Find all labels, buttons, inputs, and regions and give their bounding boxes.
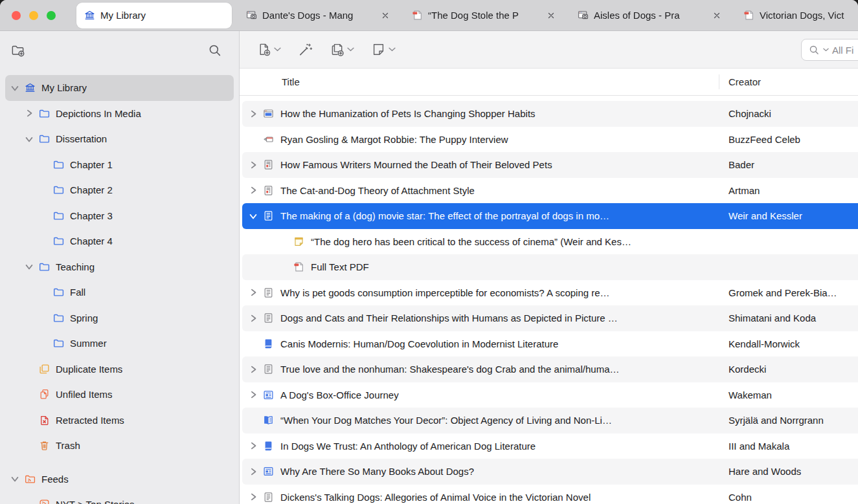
collections-pane: My LibraryDepictions In MediaDissertatio… (0, 31, 240, 504)
sidebar-item-chapter-4[interactable]: Chapter 4 (5, 228, 234, 254)
sidebar-item-chapter-2[interactable]: Chapter 2 (5, 177, 234, 203)
tab-label: Dante's Dogs - Mang (262, 10, 374, 21)
column-header-title[interactable]: Title (282, 69, 300, 96)
add-by-identifier-button[interactable] (298, 42, 313, 57)
sidebar-item-trash[interactable]: Trash (5, 433, 234, 459)
item-row-dogs-and-cats-and-their-relationships-wi[interactable]: Dogs and Cats and Their Relationships wi… (242, 305, 858, 331)
close-window-button[interactable] (12, 11, 21, 20)
items-table: How the Humanization of Pets Is Changing… (240, 96, 858, 504)
item-row-why-is-pet-goods-consumption-imperceptib[interactable]: Why is pet goods consumption imperceptib… (242, 280, 858, 306)
item-row-when-your-dog-matches-your-decor-object-[interactable]: “When Your Dog Matches Your Decor”: Obje… (242, 408, 858, 433)
sidebar-item-nyt-top-stories[interactable]: NYT > Top Stories (5, 492, 234, 504)
folder-icon (53, 159, 64, 170)
item-creator: Wakeman (728, 389, 772, 400)
item-title: How the Humanization of Pets Is Changing… (280, 108, 536, 119)
twisty-expanded-icon[interactable] (10, 474, 19, 483)
sidebar-item-teaching[interactable]: Teaching (5, 254, 234, 280)
newspaper-icon (263, 466, 274, 477)
item-title: How Famous Writers Mourned the Death of … (280, 159, 552, 170)
sidebar-item-feeds[interactable]: Feeds (5, 466, 234, 492)
item-row-ryan-gosling-margot-robbie-the-puppy-int[interactable]: Ryan Gosling & Margot Robbie: The Puppy … (242, 127, 858, 153)
twisty-collapsed-icon[interactable] (249, 467, 258, 476)
twisty-expanded-icon[interactable] (10, 83, 19, 93)
column-divider[interactable] (719, 74, 719, 89)
twisty-slot (25, 364, 34, 373)
window-controls (0, 11, 76, 20)
twisty-expanded-icon[interactable] (25, 262, 34, 271)
twisty-slot (249, 135, 258, 144)
twisty-collapsed-icon[interactable] (249, 492, 258, 501)
item-row-in-dogs-we-trust-an-anthology-of-america[interactable]: In Dogs We Trust: An Anthology of Americ… (242, 433, 858, 459)
tab-close-button[interactable] (711, 10, 723, 21)
sidebar-item-summer[interactable]: Summer (5, 331, 234, 356)
library-icon (25, 82, 36, 93)
sidebar-item-chapter-1[interactable]: Chapter 1 (5, 152, 234, 178)
tab-close-button[interactable] (379, 10, 391, 21)
twisty-collapsed-icon[interactable] (25, 109, 34, 118)
twisty-slot (39, 237, 48, 246)
sidebar-item-depictions-in-media[interactable]: Depictions In Media (5, 101, 234, 127)
sidebar-item-label: Chapter 1 (70, 159, 113, 170)
twisty-slot (279, 237, 288, 246)
sidebar-item-retracted-items[interactable]: Retracted Items (5, 408, 234, 433)
minimize-window-button[interactable] (29, 11, 38, 20)
collection-search-button[interactable] (207, 43, 222, 58)
item-creator: Cohn (728, 492, 752, 503)
tab-victorian-dogs-vict[interactable]: Victorian Dogs, Vict (736, 0, 858, 30)
sidebar-item-fall[interactable]: Fall (5, 279, 234, 305)
item-row-a-dog-s-box-office-journey[interactable]: A Dog's Box-Office JourneyWakeman (242, 382, 858, 408)
tab-aisles-of-dogs-pra[interactable]: Aisles of Dogs - Pra (570, 0, 729, 30)
twisty-collapsed-icon[interactable] (249, 160, 258, 170)
sidebar-item-chapter-3[interactable]: Chapter 3 (5, 203, 234, 229)
sidebar-item-label: Trash (56, 440, 80, 451)
item-row-the-dog-hero-has-been-critical-to-the-su[interactable]: “The dog hero has been critical to the s… (242, 229, 858, 255)
new-note-button[interactable] (371, 42, 396, 57)
item-row-the-making-of-a-dog-movie-star-the-effec[interactable]: The making of a (dog) movie star: The ef… (242, 203, 858, 229)
new-attachment-button[interactable] (330, 42, 354, 57)
twisty-collapsed-icon[interactable] (249, 288, 258, 297)
item-creator: Syrjälä and Norrgrann (728, 415, 824, 426)
twisty-collapsed-icon[interactable] (249, 109, 258, 118)
twisty-expanded-icon[interactable] (249, 212, 258, 221)
sidebar-item-spring[interactable]: Spring (5, 305, 234, 331)
tab-close-button[interactable] (545, 10, 557, 21)
item-creator-cell: Kendall-Morwick (719, 338, 858, 349)
tab-dante-s-dogs-mang[interactable]: Dante's Dogs - Mang (238, 0, 398, 30)
item-creator-cell: Cohn (719, 492, 858, 503)
sidebar-item-duplicate-items[interactable]: Duplicate Items (5, 356, 234, 382)
twisty-collapsed-icon[interactable] (249, 390, 258, 399)
tab-my-library[interactable]: My Library (76, 3, 232, 28)
zoom-window-button[interactable] (47, 11, 56, 20)
item-row-how-famous-writers-mourned-the-death-of-[interactable]: How Famous Writers Mourned the Death of … (242, 152, 858, 178)
item-row-how-the-humanization-of-pets-is-changing[interactable]: How the Humanization of Pets Is Changing… (242, 101, 858, 127)
item-row-why-are-there-so-many-books-about-dogs[interactable]: Why Are There So Many Books About Dogs?H… (242, 459, 858, 485)
twisty-collapsed-icon[interactable] (249, 365, 258, 374)
journal-icon (263, 492, 274, 503)
twisty-expanded-icon[interactable] (25, 135, 34, 144)
twisty-collapsed-icon[interactable] (249, 186, 258, 195)
new-collection-icon (10, 43, 25, 58)
sidebar-item-dissertation[interactable]: Dissertation (5, 126, 234, 152)
item-row-canis-modernis-human-dog-coevolution-in-[interactable]: Canis Modernis: Human/Dog Coevolution in… (242, 331, 858, 357)
item-row-full-text-pdf[interactable]: Full Text PDF (242, 254, 858, 280)
new-item-button[interactable] (256, 42, 281, 57)
twisty-collapsed-icon[interactable] (249, 314, 258, 323)
folder-icon (53, 287, 64, 298)
twisty-collapsed-icon[interactable] (249, 441, 258, 450)
sidebar-item-label: Spring (70, 312, 98, 323)
search-box[interactable]: All Fi (801, 39, 858, 61)
new-collection-button[interactable] (10, 43, 25, 58)
sidebar-item-unfiled-items[interactable]: Unfiled Items (5, 382, 234, 408)
tab-the-dog-stole-the-p[interactable]: “The Dog Stole the P (404, 0, 563, 30)
item-row-dickens-s-talking-dogs-allegories-of-ani[interactable]: Dickens's Talking Dogs: Allegories of An… (242, 485, 858, 504)
magazine-icon (263, 159, 274, 170)
sidebar-item-my-library[interactable]: My Library (5, 75, 234, 101)
item-row-the-cat-and-dog-theory-of-attachment-sty[interactable]: The Cat-and-Dog Theory of Attachment Sty… (242, 178, 858, 204)
book-icon (263, 338, 274, 349)
sidebar-item-label: Teaching (56, 261, 95, 272)
item-title: Dogs and Cats and Their Relationships wi… (280, 312, 618, 323)
sidebar-item-label: Unfiled Items (56, 389, 113, 400)
item-title-cell: True love and the nonhuman: Shakespeare'… (242, 364, 719, 375)
column-header-creator[interactable]: Creator (728, 69, 761, 96)
item-row-true-love-and-the-nonhuman-shakespeare-s[interactable]: True love and the nonhuman: Shakespeare'… (242, 356, 858, 382)
